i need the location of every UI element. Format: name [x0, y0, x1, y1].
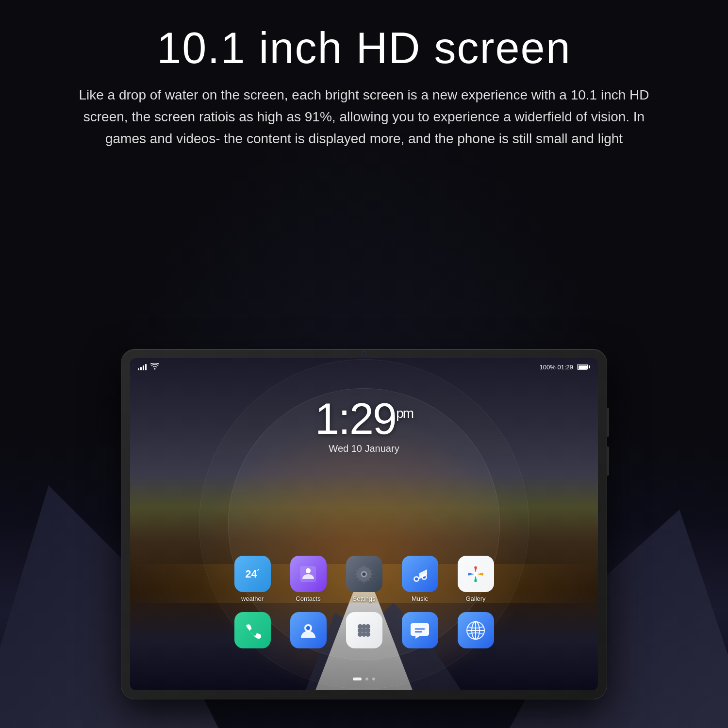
signal-bar-4 [145, 364, 147, 370]
gallery-app-label: Gallery [465, 595, 485, 602]
dot-navigation [130, 678, 598, 680]
app-item-browser[interactable] [458, 612, 494, 651]
svg-point-4 [363, 572, 366, 576]
clock-date: Wed 10 January [130, 443, 598, 454]
status-bar: 100% 01:29 [130, 358, 598, 376]
svg-point-11 [306, 626, 310, 630]
weather-temp: 24° [245, 569, 259, 579]
svg-point-9 [474, 572, 478, 576]
app-item-weather[interactable]: 24° weather [234, 556, 271, 602]
clock-display: 1:29pm Wed 10 January [130, 397, 598, 454]
signal-bars-icon [138, 364, 147, 370]
gallery-app-icon [458, 556, 494, 592]
battery-percentage: 100% 01:29 [540, 364, 573, 371]
svg-point-6 [415, 578, 418, 580]
app-item-music[interactable]: Music [402, 556, 438, 602]
front-camera [362, 351, 366, 356]
music-app-label: Music [412, 595, 428, 602]
battery-fill [579, 365, 587, 369]
app-row-2 [159, 612, 569, 651]
page-description: Like a drop of water on the screen, each… [73, 84, 655, 149]
battery-body [577, 364, 588, 370]
app-item-settings[interactable]: Settings [346, 556, 382, 602]
browser-app-icon [458, 612, 494, 648]
signal-bar-3 [143, 365, 144, 370]
contacts-app-label: Contacts [296, 595, 320, 602]
svg-point-20 [365, 632, 370, 637]
dot-3 [372, 678, 375, 680]
settings-app-icon [346, 556, 382, 592]
tablet-wrapper: 100% 01:29 1:29pm Wed 10 January [121, 349, 607, 699]
apps-app-icon [346, 612, 382, 648]
music-app-icon [402, 556, 438, 592]
wifi-icon [150, 363, 159, 371]
weather-app-label: weather [241, 595, 264, 602]
tablet-top-bar [121, 349, 607, 358]
battery-icon [577, 364, 590, 370]
app-grid: 24° weather [130, 556, 598, 661]
status-left [138, 363, 159, 371]
dot-1 [353, 678, 362, 680]
app-item-contacts[interactable]: Contacts [290, 556, 327, 602]
signal-bar-1 [138, 368, 139, 370]
clock-ampm: pm [396, 407, 413, 420]
app-row-1: 24° weather [159, 556, 569, 602]
clock-hours-minutes: 1:29 [315, 395, 396, 443]
app-item-apps[interactable] [346, 612, 382, 651]
signal-bar-2 [140, 367, 142, 370]
page-title: 10.1 inch HD screen [49, 24, 679, 72]
status-right: 100% 01:29 [540, 364, 590, 371]
battery-tip [589, 365, 590, 368]
dot-2 [365, 678, 368, 680]
header-section: 10.1 inch HD screen Like a drop of water… [0, 0, 728, 164]
weather-app-icon: 24° [234, 556, 271, 592]
phone-app-icon [234, 612, 271, 648]
app-item-phone[interactable] [234, 612, 271, 651]
settings-app-label: Settings [353, 595, 376, 602]
app-item-messages[interactable] [402, 612, 438, 651]
app-item-gallery[interactable]: Gallery [458, 556, 494, 602]
contacts-app-icon [290, 556, 327, 592]
contacts2-app-icon [290, 612, 327, 648]
tablet-screen: 100% 01:29 1:29pm Wed 10 January [130, 358, 598, 690]
messages-app-icon [402, 612, 438, 648]
tablet-device: 100% 01:29 1:29pm Wed 10 January [121, 349, 607, 699]
clock-time: 1:29pm [130, 397, 598, 441]
app-item-contacts2[interactable] [290, 612, 327, 651]
